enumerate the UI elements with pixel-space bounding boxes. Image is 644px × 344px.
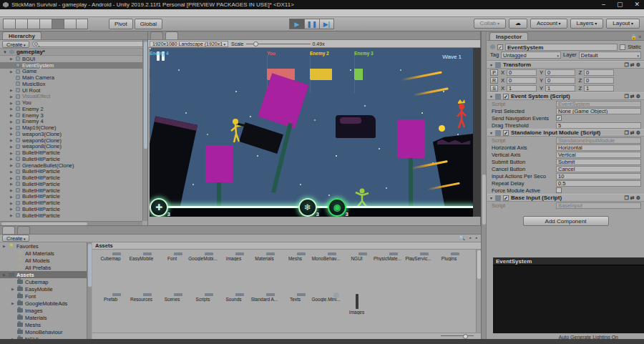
expand-arrow-icon[interactable]: ▶	[10, 94, 14, 99]
asset-folder[interactable]: PlayServic...	[403, 255, 434, 290]
expand-arrow-icon[interactable]: ▶	[10, 119, 14, 124]
expand-arrow-icon[interactable]: ▶	[10, 144, 14, 149]
field-value[interactable]: StandaloneInputModule	[556, 137, 641, 144]
hierarchy-create-button[interactable]: Create	[2, 41, 29, 48]
hierarchy-item[interactable]: ▶ GrenadeBullet(Clone)	[0, 162, 147, 169]
expand-arrow-icon[interactable]: ▶	[3, 244, 6, 248]
hierarchy-item[interactable]: ▶ Enemy 2	[0, 106, 147, 112]
layer-dropdown[interactable]: Default	[579, 51, 641, 59]
hierarchy-item[interactable]: ▶ BulletHitParticle	[0, 200, 147, 206]
tab-inspector[interactable]: Inspector	[489, 32, 528, 40]
hierarchy-item[interactable]: ▶ Enemy 4	[0, 119, 147, 125]
step-button[interactable]: ▶|	[319, 19, 334, 29]
game-view-tab[interactable]	[150, 31, 163, 39]
scrollbar-thumb[interactable]	[144, 41, 147, 149]
transform-component-header[interactable]: ▼ Transform ❐⇄⚙	[487, 61, 644, 69]
project-tab[interactable]	[17, 226, 30, 234]
pivot-button[interactable]: Pivot	[109, 19, 133, 29]
tree-item[interactable]: ▶ Assets	[0, 271, 87, 278]
hierarchy-item[interactable]: ▶ weapon8(Clone)	[0, 144, 147, 150]
expand-arrow-icon[interactable]: ▶	[10, 101, 14, 105]
hierarchy-item[interactable]: ▶ weapon3(Clone)	[0, 131, 147, 137]
tree-item[interactable]: ▶ Favorites	[0, 242, 87, 250]
game-view-tab[interactable]	[165, 31, 178, 39]
hierarchy-item[interactable]: ▶ BulletHitParticle	[0, 156, 147, 162]
expand-arrow-icon[interactable]: ▶	[10, 169, 14, 174]
icon-size-slider[interactable]	[441, 335, 474, 336]
foldout-icon[interactable]: ▼	[3, 50, 7, 54]
minimize-button[interactable]: –	[602, 1, 605, 8]
project-toolbar-icons[interactable]: 🔍 ▪ ▪	[459, 235, 479, 241]
y-field[interactable]: 1	[545, 85, 575, 92]
tool-button[interactable]	[27, 19, 39, 29]
tree-item[interactable]: ▶ All Models	[0, 257, 87, 264]
field-checkbox[interactable]	[556, 187, 562, 193]
expand-arrow-icon[interactable]: ▶	[10, 107, 14, 111]
x-field[interactable]: 1	[507, 85, 537, 92]
field-value[interactable]: Vertical	[556, 152, 641, 158]
z-field[interactable]: 0	[584, 77, 614, 84]
expand-arrow-icon[interactable]: ▶	[10, 126, 14, 130]
expand-arrow-icon[interactable]: ▶	[3, 272, 6, 277]
asset-folder[interactable]: Meshs	[280, 255, 311, 290]
expand-arrow-icon[interactable]: ▶	[10, 163, 14, 167]
hierarchy-item[interactable]: ▶ UI Root	[0, 87, 147, 94]
hierarchy-item[interactable]: ▶ Enemy 3	[0, 112, 147, 119]
component-enabled-checkbox[interactable]	[503, 94, 509, 99]
hierarchy-search-input[interactable]	[32, 41, 145, 47]
transform-row-button[interactable]: P	[490, 69, 498, 76]
tree-item[interactable]: ▶ EasyMobile	[0, 285, 87, 293]
hierarchy-item[interactable]: ▶ BulletHitParticle	[0, 212, 147, 218]
base-input-component-header[interactable]: ▼ Base Input (Script) ❐⇄⚙	[487, 194, 644, 202]
component-options-icons[interactable]: ❐⇄⚙	[625, 195, 642, 201]
add-component-button[interactable]: Add Component	[523, 216, 609, 226]
hierarchy-item[interactable]: ▶ BulletHitParticle	[0, 175, 147, 181]
expand-arrow-icon[interactable]: ▶	[10, 151, 14, 155]
y-field[interactable]: 0	[545, 77, 575, 84]
standalone-input-module-header[interactable]: ▼ Standalone Input Module (Script) ❐⇄⚙	[487, 129, 644, 137]
pause-button[interactable]: ❚❚	[304, 19, 319, 29]
z-field[interactable]: 0	[584, 69, 614, 76]
ability-button[interactable]: ✚ 3	[150, 198, 168, 217]
tree-item[interactable]: ▶ Images	[0, 307, 87, 314]
field-checkbox[interactable]	[556, 115, 562, 121]
hierarchy-item[interactable]: ▶ Game	[0, 69, 147, 75]
ability-button[interactable]: ◉ 3	[328, 198, 346, 217]
hierarchy-vertical-scrollbar[interactable]	[142, 40, 147, 221]
asset-folder[interactable]: Sounds	[218, 295, 249, 331]
foldout-icon[interactable]: ▼	[489, 63, 493, 67]
hierarchy-item[interactable]: ▶ BulletHitParticle	[0, 169, 147, 175]
hierarchy-item[interactable]: ▶ BulletHitParticle	[0, 149, 147, 156]
expand-arrow-icon[interactable]: ▶	[11, 287, 15, 291]
grid-scrollbar[interactable]	[476, 250, 481, 333]
foldout-icon[interactable]: ▼	[489, 131, 493, 135]
component-enabled-checkbox[interactable]	[503, 195, 509, 201]
asset-folder[interactable]: Prefab	[95, 295, 126, 331]
transform-row-button[interactable]: S	[490, 85, 498, 92]
field-value[interactable]: 0.5	[556, 180, 641, 187]
foldout-icon[interactable]: ▼	[489, 196, 493, 200]
tool-button[interactable]	[52, 19, 64, 29]
scrollbar-thumb[interactable]	[482, 175, 486, 225]
ability-button[interactable]: ❄ 3	[298, 198, 317, 217]
expand-arrow-icon[interactable]: ▶	[10, 182, 14, 186]
field-value[interactable]: 5	[556, 122, 641, 129]
x-field[interactable]: 0	[507, 77, 537, 84]
component-enabled-checkbox[interactable]	[503, 130, 509, 136]
hierarchy-item[interactable]: ▶ VisualEffect	[0, 94, 147, 100]
expand-arrow-icon[interactable]: ▶	[10, 132, 14, 136]
hierarchy-item[interactable]: ▶ BulletHitParticle	[0, 187, 147, 194]
asset-folder[interactable]: Plugins	[434, 255, 464, 290]
project-create-button[interactable]: Create	[2, 235, 29, 242]
asset-folder[interactable]: Images	[218, 255, 249, 290]
component-options-icons[interactable]: ❐⇄⚙	[625, 94, 642, 99]
x-field[interactable]: 0	[507, 69, 537, 76]
asset-folder[interactable]: Cubemap	[95, 255, 126, 290]
expand-arrow-icon[interactable]: ▶	[10, 207, 14, 211]
hierarchy-item[interactable]: ▶ BGUI	[0, 56, 147, 62]
expand-arrow-icon[interactable]: ▶	[10, 56, 14, 61]
aspect-dropdown[interactable]: 1920x1080 Landscape (1920x1	[150, 41, 228, 47]
asset-folder[interactable]: PhysicMate...	[372, 255, 403, 290]
asset-folder[interactable]: Texts	[280, 295, 311, 331]
layers-dropdown[interactable]: Layers	[570, 19, 604, 29]
